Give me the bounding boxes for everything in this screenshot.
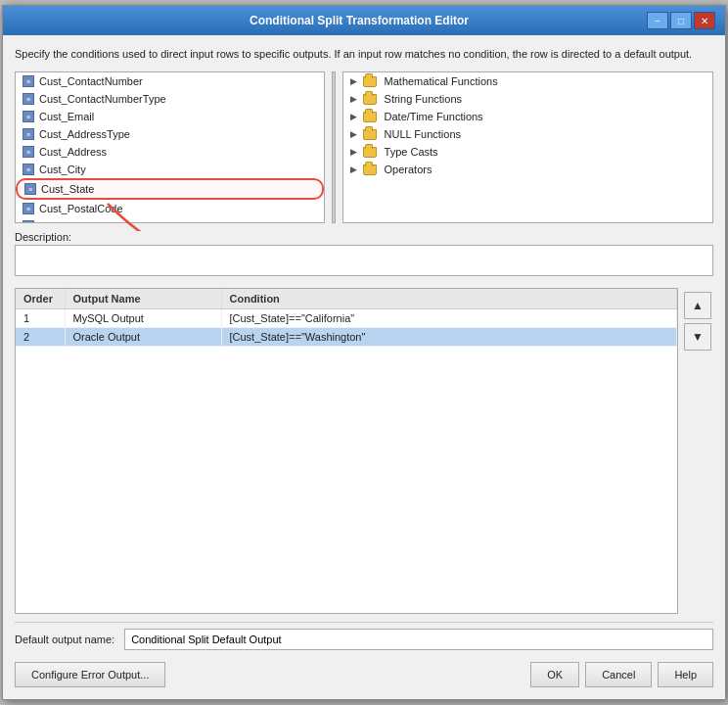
- left-panel-item[interactable]: ≡Cust_CountryName: [16, 217, 324, 223]
- column-icon: ≡: [22, 92, 35, 106]
- main-window: Conditional Split Transformation Editor …: [2, 5, 726, 700]
- folder-icon: [363, 74, 377, 88]
- data-table-container[interactable]: Order Output Name Condition 1MySQL Outpu…: [15, 288, 678, 614]
- description-text: Specify the conditions used to direct in…: [15, 47, 713, 62]
- left-panel-item[interactable]: ≡Cust_City: [16, 161, 324, 178]
- maximize-button[interactable]: □: [670, 12, 692, 29]
- right-panel-item[interactable]: ▶Mathematical Functions: [343, 72, 712, 90]
- left-panel-item[interactable]: ≡Cust_Address: [16, 143, 324, 161]
- folder-icon: [363, 145, 377, 159]
- left-panel-item[interactable]: ≡Cust_State: [16, 178, 324, 200]
- right-panel-item[interactable]: ▶NULL Functions: [343, 125, 712, 143]
- minimize-button[interactable]: −: [647, 12, 668, 29]
- default-output-label: Default output name:: [15, 634, 114, 645]
- column-icon: ≡: [22, 219, 35, 223]
- table-header: Order Output Name Condition: [16, 289, 677, 309]
- divider-line: [332, 71, 336, 223]
- right-panel-item[interactable]: ▶Date/Time Functions: [343, 108, 712, 125]
- folder-icon: [363, 127, 377, 141]
- description-section: Description:: [15, 231, 713, 280]
- panels-wrapper: ≡Cust_ContactNumber≡Cust_ContactNumberTy…: [15, 71, 713, 231]
- left-panel-item[interactable]: ≡Cust_Email: [16, 108, 324, 125]
- ok-button[interactable]: OK: [530, 662, 579, 687]
- right-buttons: OK Cancel Help: [530, 662, 713, 687]
- table-body: 1MySQL Output[Cust_State]=="California"2…: [16, 309, 677, 347]
- left-panel-item[interactable]: ≡Cust_AddressType: [16, 125, 324, 143]
- divider-bar[interactable]: [329, 71, 339, 223]
- description-label: Description:: [15, 231, 713, 243]
- expand-icon: ▶: [347, 127, 361, 141]
- col-order: Order: [16, 289, 65, 309]
- description-box: [15, 245, 713, 276]
- right-panel[interactable]: ▶Mathematical Functions▶String Functions…: [342, 71, 713, 223]
- column-icon: ≡: [22, 74, 35, 88]
- close-button[interactable]: ✕: [694, 12, 715, 29]
- column-icon: ≡: [22, 145, 35, 159]
- col-condition: Condition: [221, 289, 677, 309]
- left-panel[interactable]: ≡Cust_ContactNumber≡Cust_ContactNumberTy…: [15, 71, 325, 223]
- folder-icon: [363, 163, 377, 176]
- column-icon: ≡: [22, 202, 35, 215]
- move-down-button[interactable]: ▼: [684, 323, 711, 351]
- button-row: Configure Error Output... OK Cancel Help: [15, 662, 713, 687]
- column-icon: ≡: [22, 110, 35, 123]
- left-panel-item[interactable]: ≡Cust_PostalCode: [16, 200, 324, 217]
- left-panel-item[interactable]: ≡Cust_ContactNumber: [16, 72, 324, 90]
- window-controls: − □ ✕: [647, 12, 715, 29]
- window-title: Conditional Split Transformation Editor: [71, 14, 647, 27]
- right-panel-item[interactable]: ▶String Functions: [343, 90, 712, 108]
- top-panels: ≡Cust_ContactNumber≡Cust_ContactNumberTy…: [15, 71, 713, 223]
- left-panel-item[interactable]: ≡Cust_ContactNumberType: [16, 90, 324, 108]
- expand-icon: ▶: [347, 145, 361, 159]
- table-row[interactable]: 2Oracle Output[Cust_State]=="Washington": [16, 328, 677, 347]
- help-button[interactable]: Help: [658, 662, 713, 687]
- expand-icon: ▶: [347, 74, 361, 88]
- right-panel-item[interactable]: ▶Type Casts: [343, 143, 712, 161]
- default-output-input[interactable]: [124, 629, 713, 650]
- configure-error-button[interactable]: Configure Error Output...: [15, 662, 165, 687]
- right-panel-item[interactable]: ▶Operators: [343, 161, 712, 178]
- table-actions: ▲ ▼: [684, 288, 713, 614]
- cancel-button[interactable]: Cancel: [585, 662, 652, 687]
- table-row[interactable]: 1MySQL Output[Cust_State]=="California": [16, 309, 677, 328]
- move-up-button[interactable]: ▲: [684, 292, 711, 319]
- column-icon: ≡: [22, 163, 35, 176]
- folder-icon: [363, 110, 377, 123]
- conditions-table: Order Output Name Condition 1MySQL Outpu…: [16, 289, 677, 347]
- col-output-name: Output Name: [65, 289, 221, 309]
- column-icon: ≡: [23, 182, 37, 196]
- expand-icon: ▶: [347, 163, 361, 176]
- expand-icon: ▶: [347, 92, 361, 106]
- default-output-bar: Default output name:: [15, 622, 713, 656]
- expand-icon: ▶: [347, 110, 361, 123]
- content-area: Specify the conditions used to direct in…: [3, 35, 725, 699]
- table-section: Order Output Name Condition 1MySQL Outpu…: [15, 288, 713, 614]
- column-icon: ≡: [22, 127, 35, 141]
- title-bar: Conditional Split Transformation Editor …: [3, 6, 725, 35]
- folder-icon: [363, 92, 377, 106]
